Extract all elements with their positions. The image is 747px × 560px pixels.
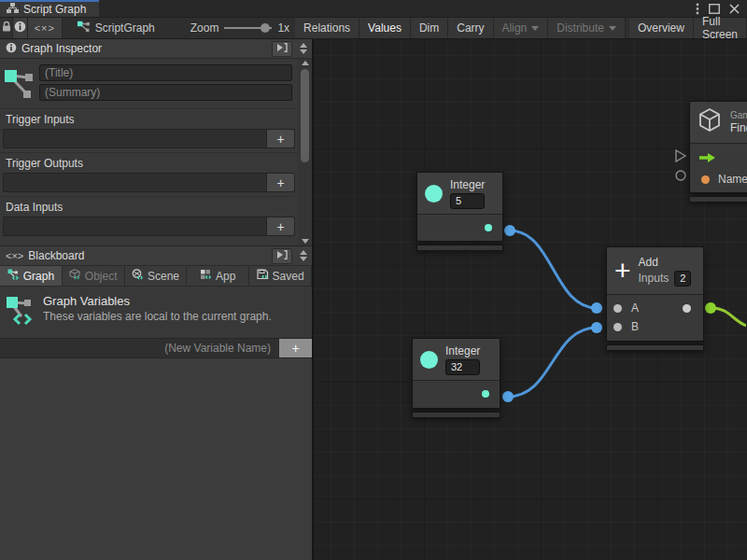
lock-button[interactable] (0, 18, 13, 38)
zoom-label: Zoom (185, 18, 225, 38)
input-port-a[interactable] (613, 304, 622, 313)
wire-endpoint[interactable] (591, 302, 602, 314)
fullscreen-button[interactable]: Full Screen (694, 18, 747, 38)
wire-endpoint[interactable] (591, 322, 602, 333)
trigger-port-outline-icon[interactable] (676, 150, 685, 161)
code-view-button[interactable]: <×> (28, 18, 63, 38)
node-footer (416, 245, 503, 251)
overview-button[interactable]: Overview (629, 18, 694, 38)
inputs-count-field[interactable]: 2 (674, 271, 691, 287)
scroll-up-icon[interactable] (300, 250, 307, 255)
integer-value-field[interactable]: 5 (450, 193, 485, 209)
dim-button[interactable]: Dim (411, 18, 448, 38)
add-trigger-output-button[interactable]: + (266, 174, 294, 191)
zoom-slider-handle[interactable] (261, 23, 270, 33)
wire-int32-to-add-b[interactable] (508, 328, 597, 397)
trigger-outputs-label: Trigger Outputs (0, 152, 298, 172)
tab-app[interactable]: App (187, 266, 249, 286)
graph-canvas[interactable]: Integer 5 Integer (314, 39, 747, 560)
code-icon: <×> (35, 22, 55, 34)
add-trigger-input-button[interactable]: + (266, 130, 294, 147)
header-scroll-arrows[interactable] (297, 250, 310, 261)
data-inputs-label: Data Inputs (0, 196, 298, 216)
name-input-port[interactable] (701, 175, 710, 184)
integer-literal-icon (425, 185, 443, 203)
blackboard-tabs: Graph Object (0, 266, 312, 287)
input-port-b[interactable] (613, 323, 622, 331)
integer-literal-icon (420, 351, 438, 369)
node-title: Find (730, 121, 747, 134)
integer-value-field[interactable]: 32 (445, 359, 480, 375)
node-title: Integer (450, 178, 485, 191)
node-footer (689, 196, 747, 203)
scroll-down-icon[interactable] (302, 239, 309, 244)
add-data-input-button[interactable]: + (266, 217, 294, 235)
carry-button[interactable]: Carry (448, 18, 493, 38)
flow-in-port-arrow-icon[interactable] (699, 150, 715, 167)
new-variable-input[interactable] (0, 339, 278, 357)
inspect-button[interactable] (13, 18, 27, 38)
tab-saved[interactable]: Saved (249, 266, 312, 286)
blackboard-title: Blackboard (28, 249, 267, 262)
blackboard-header: <×> Blackboard (0, 246, 312, 266)
script-graph-window: Script Graph (0, 0, 747, 560)
scroll-down-icon[interactable] (300, 257, 307, 261)
inspector-scrollbar[interactable] (298, 59, 312, 245)
node-integer-32[interactable]: Integer 32 (412, 338, 500, 418)
output-port[interactable] (482, 390, 489, 398)
graph-title-input[interactable] (39, 64, 292, 81)
graph-variables-description: These variables are local to the current… (43, 310, 272, 323)
values-button[interactable]: Values (359, 18, 411, 38)
zoom-slider[interactable] (224, 18, 272, 38)
tab-script-graph[interactable]: Script Graph (0, 0, 99, 17)
variables-empty-area (0, 358, 312, 560)
wire-add-output[interactable] (711, 308, 746, 326)
tab-scene[interactable]: Scene (125, 266, 188, 286)
output-port[interactable] (683, 304, 691, 313)
saved-tab-icon (257, 269, 269, 283)
wire-endpoint[interactable] (504, 225, 515, 236)
tab-object[interactable]: Object (63, 266, 125, 286)
hierarchy-icon (7, 3, 19, 16)
scroll-up-icon[interactable] (302, 61, 309, 65)
graph-reference[interactable]: ScriptGraph (72, 18, 161, 38)
inputs-label: Inputs (639, 272, 669, 285)
tab-graph[interactable]: Graph (0, 266, 63, 286)
tabbar-spacer (99, 0, 696, 17)
wire-int5-to-add-a[interactable] (510, 231, 597, 308)
scrollbar-thumb[interactable] (301, 69, 309, 162)
node-title: Add (639, 256, 692, 269)
chevron-down-icon (531, 26, 539, 31)
trigger-outputs-list: + (3, 173, 295, 192)
data-port-outline-icon[interactable] (676, 171, 685, 180)
node-integer-5[interactable]: Integer 5 (416, 172, 503, 251)
scroll-down-icon[interactable] (300, 49, 307, 54)
graph-variables-info: Graph Variables These variables are loca… (0, 287, 312, 338)
info-icon (6, 42, 17, 56)
relations-button[interactable]: Relations (295, 18, 359, 38)
add-variable-button[interactable]: + (278, 339, 312, 357)
scroll-up-icon[interactable] (300, 43, 307, 48)
header-scroll-arrows[interactable] (297, 43, 310, 54)
graph-summary-input[interactable] (39, 84, 292, 101)
node-title: Integer (445, 344, 480, 357)
wire-endpoint[interactable] (705, 302, 716, 314)
collapse-panel-button[interactable] (272, 41, 292, 57)
kebab-menu-icon[interactable] (696, 3, 699, 15)
node-gameobject-find[interactable]: GameObject Find Name (689, 101, 747, 203)
wire-endpoint[interactable] (502, 391, 514, 402)
collapse-panel-button[interactable] (272, 248, 292, 264)
add-operator-icon: + (614, 259, 631, 283)
sidebar: Graph Inspector (0, 39, 314, 560)
graph-identity (0, 59, 298, 108)
graph-tab-icon (7, 269, 20, 283)
output-port[interactable] (485, 224, 492, 231)
scene-tab-icon (132, 269, 144, 283)
collapse-icon (276, 249, 288, 262)
graph-icon (78, 21, 91, 35)
name-port-label: Name (718, 173, 747, 186)
close-icon[interactable] (729, 4, 740, 14)
maximize-icon[interactable] (709, 4, 720, 14)
node-add[interactable]: + Add Inputs 2 A B (606, 246, 704, 351)
graph-inspector-header: Graph Inspector (0, 39, 312, 59)
